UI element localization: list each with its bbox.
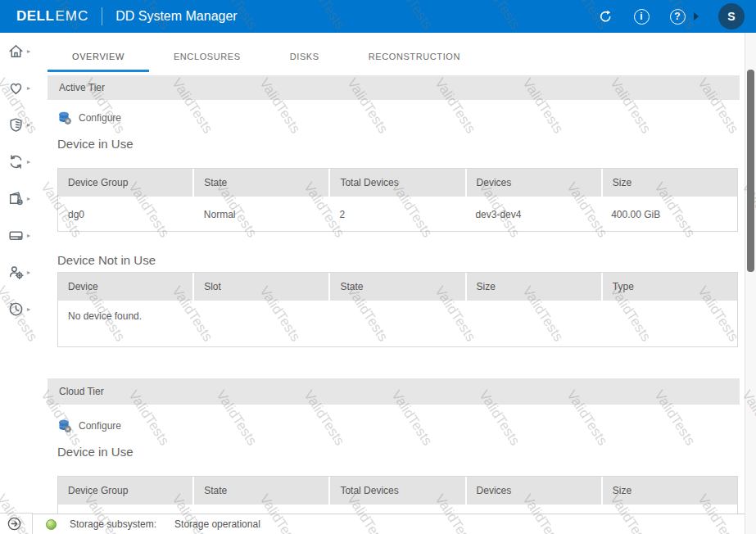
scrollbar-thumb[interactable]: [747, 70, 754, 272]
chevron-right-icon: ▸: [27, 269, 30, 276]
column-header: State: [194, 477, 330, 505]
cloud-tier-configure-button[interactable]: Configure: [57, 419, 121, 433]
chevron-right-icon: ▸: [27, 195, 30, 202]
replication-icon: [7, 153, 25, 170]
cloud-device-in-use-heading: Device in Use: [57, 445, 738, 459]
logo-emc: EMC: [55, 8, 88, 25]
help-icon[interactable]: ?: [669, 8, 686, 25]
column-header: Size: [467, 273, 603, 301]
administration-icon: [7, 264, 25, 281]
empty-table-message: No device found.: [58, 302, 737, 346]
column-header: Devices: [467, 477, 603, 505]
storage-tabs: OVERVIEW ENCLOSURES DISKS RECONSTRUCTION: [48, 45, 740, 72]
help-caret-icon[interactable]: [694, 12, 699, 20]
info-icon[interactable]: i: [633, 8, 650, 25]
chevron-right-icon: ▸: [27, 121, 30, 129]
chevron-right-icon: ▸: [27, 84, 30, 92]
health-icon: [7, 79, 25, 97]
active-tier-configure-button[interactable]: Configure: [57, 111, 121, 125]
table-header-row: Device Group State Total Devices Devices…: [58, 169, 737, 198]
cloud-tier-section: Configure Device in Use Device Group Sta…: [57, 405, 738, 514]
device-not-in-use-heading: Device Not in Use: [57, 253, 738, 267]
column-header: State: [330, 273, 466, 301]
status-green-led-icon: [46, 519, 57, 530]
tab-disks[interactable]: DISKS: [265, 45, 344, 72]
column-header: Device: [58, 273, 194, 301]
configure-label: Configure: [79, 420, 121, 432]
cell-state: Normal: [194, 198, 330, 231]
maintenance-icon: [7, 301, 25, 318]
sidebar-item-replication[interactable]: ▸: [0, 143, 33, 180]
column-header: Slot: [194, 273, 330, 301]
sidebar-footer: [0, 513, 33, 534]
user-avatar[interactable]: S: [718, 3, 745, 29]
chevron-right-icon: ▸: [27, 305, 30, 313]
chevron-right-icon: ▸: [27, 232, 30, 239]
status-bar: Storage subsystem: Storage operational: [33, 514, 745, 534]
cell-total-devices: 2: [330, 198, 466, 231]
hardware-icon: [7, 227, 25, 244]
empty-table-message: No device group found.: [58, 506, 737, 514]
table-header-row: Device Group State Total Devices Devices…: [58, 477, 737, 506]
column-header: Devices: [467, 169, 603, 197]
info-icon-glyph: i: [634, 9, 650, 25]
vertical-scrollbar[interactable]: [745, 33, 756, 534]
cell-devices: dev3-dev4: [465, 198, 601, 231]
configure-database-icon: [57, 111, 72, 125]
column-header: State: [194, 169, 330, 197]
sidebar-item-administration[interactable]: ▸: [0, 254, 33, 291]
main-content: OVERVIEW ENCLOSURES DISKS RECONSTRUCTION…: [33, 33, 745, 514]
active-tier-section: Configure Device in Use Device Group Sta…: [57, 100, 738, 347]
sidebar-item-maintenance[interactable]: ▸: [0, 291, 33, 328]
status-value: Storage operational: [174, 518, 260, 530]
app-header: DELL EMC DD System Manager i ? S: [0, 0, 756, 33]
column-header: Size: [603, 477, 737, 505]
column-header: Device Group: [58, 169, 194, 197]
sidebar-item-home[interactable]: ▸: [0, 33, 33, 70]
column-header: Type: [603, 273, 737, 301]
sidebar-nav: ▸ ▸ ▸ ▸ ▸ ▸: [0, 33, 33, 534]
table-header-row: Device Slot State Size Type: [58, 273, 737, 302]
column-header: Size: [603, 169, 737, 197]
data-management-icon: [7, 190, 25, 207]
data-protection-icon: [7, 116, 25, 134]
sidebar-item-data-protection[interactable]: ▸: [0, 106, 33, 143]
column-header: Total Devices: [330, 477, 466, 505]
cloud-tier-band: Cloud Tier: [48, 378, 740, 405]
configure-label: Configure: [79, 112, 121, 124]
cell-size: 400.00 GiB: [601, 198, 737, 231]
logo-dell: DELL: [16, 8, 54, 25]
sidebar-item-hardware[interactable]: ▸: [0, 217, 33, 254]
tab-reconstruction[interactable]: RECONSTRUCTION: [344, 45, 485, 72]
cloud-tier-device-in-use-table: Device Group State Total Devices Devices…: [57, 476, 738, 514]
help-icon-glyph: ?: [670, 9, 686, 25]
active-tier-band: Active Tier: [48, 75, 740, 100]
chevron-right-icon: ▸: [27, 48, 30, 55]
dellemc-logo: DELL EMC: [16, 8, 88, 25]
sidebar-item-data-management[interactable]: ▸: [0, 180, 33, 217]
device-in-use-heading: Device in Use: [57, 137, 738, 151]
table-row[interactable]: dg0 Normal 2 dev3-dev4 400.00 GiB: [58, 198, 737, 231]
tab-enclosures[interactable]: ENCLOSURES: [149, 45, 265, 72]
status-label: Storage subsystem:: [70, 518, 156, 530]
home-icon: [7, 43, 25, 60]
cell-device-group: dg0: [58, 198, 194, 231]
active-tier-device-not-in-use-table: Device Slot State Size Type No device fo…: [57, 272, 738, 347]
sidebar-item-health[interactable]: ▸: [0, 70, 33, 106]
active-tier-device-in-use-table: Device Group State Total Devices Devices…: [57, 168, 738, 232]
expand-sidebar-icon[interactable]: [7, 516, 22, 532]
tab-overview[interactable]: OVERVIEW: [48, 45, 149, 72]
chevron-right-icon: ▸: [27, 158, 30, 165]
header-divider: [102, 7, 102, 25]
configure-database-icon: [57, 419, 72, 433]
column-header: Device Group: [58, 477, 194, 505]
refresh-icon-glyph: [598, 9, 613, 25]
refresh-icon[interactable]: [597, 8, 613, 25]
app-title: DD System Manager: [115, 9, 238, 24]
column-header: Total Devices: [330, 169, 466, 197]
